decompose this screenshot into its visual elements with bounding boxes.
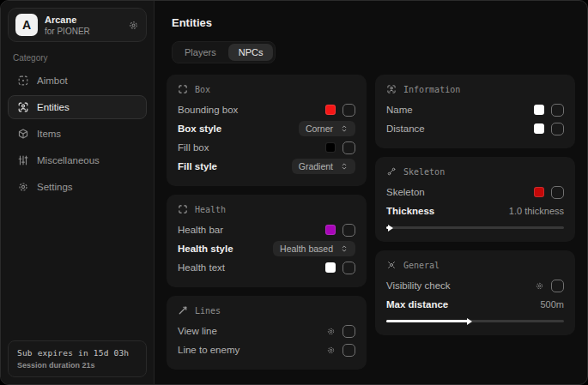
card-general: General Visibility check Max distance <box>375 250 575 335</box>
card-lines: Lines View line Line to enemy <box>167 296 367 370</box>
entities-icon <box>386 84 397 94</box>
left-column: Box Bounding box Box style Corner <box>167 75 367 370</box>
card-lines-header: Lines <box>178 305 355 316</box>
color-swatch[interactable] <box>325 225 336 235</box>
max-distance-slider[interactable] <box>386 320 564 322</box>
tab-bar: Players NPCs <box>172 41 276 63</box>
checkbox[interactable] <box>551 280 564 292</box>
card-title: Health <box>195 205 226 214</box>
row-bounding-box: Bounding box <box>178 100 355 119</box>
sidebar-item-aimbot[interactable]: Aimbot <box>8 69 147 93</box>
row-label: Box style <box>178 123 221 134</box>
color-swatch[interactable] <box>325 142 336 153</box>
color-swatch[interactable] <box>534 105 544 115</box>
row-controls <box>534 123 564 135</box>
checkbox[interactable] <box>342 262 355 274</box>
row-label: Thickness <box>386 206 434 216</box>
unfold-icon <box>340 124 349 133</box>
sidebar-item-settings[interactable]: Settings <box>8 175 147 199</box>
checkbox[interactable] <box>551 123 564 135</box>
unfold-icon <box>340 162 349 171</box>
row-label: Line to enemy <box>178 345 239 355</box>
category-label: Category <box>13 53 142 63</box>
card-information-header: Information <box>386 84 564 94</box>
sidebar-item-label: Settings <box>37 182 73 192</box>
health-style-select[interactable]: Health based <box>273 241 355 256</box>
checkbox[interactable] <box>342 224 355 237</box>
row-gear-icon[interactable] <box>326 327 336 336</box>
sidebar-item-items[interactable]: Items <box>8 122 147 146</box>
sidebar-item-label: Items <box>37 129 61 139</box>
corner-brackets-icon <box>178 84 188 94</box>
checkbox[interactable] <box>342 344 355 357</box>
sidebar-item-miscellaneous[interactable]: Miscellaneous <box>8 148 147 172</box>
row-label: Health text <box>178 262 225 273</box>
main-panel: Entities Players NPCs Bo <box>155 1 587 384</box>
row-controls <box>325 224 355 237</box>
tab-players[interactable]: Players <box>174 44 227 61</box>
card-health-header: Health <box>178 204 355 214</box>
max-distance-slider-fill <box>386 320 468 322</box>
package-icon <box>17 128 29 140</box>
row-label: Health bar <box>178 225 223 235</box>
checkbox[interactable] <box>551 104 564 117</box>
row-health-style: Health style Health based <box>178 239 355 258</box>
sidebar-nav: Aimbot Entities Items <box>8 69 147 199</box>
card-box: Box Bounding box Box style Corner <box>167 75 367 186</box>
sidebar-item-entities[interactable]: Entities <box>8 95 147 119</box>
row-health-text: Health text <box>178 258 355 277</box>
row-view-line: View line <box>178 322 355 340</box>
sidebar-item-label: Entities <box>37 102 70 112</box>
header-settings-icon[interactable] <box>128 20 139 31</box>
right-column: Information Name Distance <box>375 75 575 370</box>
row-distance: Distance <box>386 119 564 138</box>
sub-expiry-text: Sub expires in 15d 03h <box>17 348 137 358</box>
card-title: General <box>403 261 439 270</box>
fill-style-select[interactable]: Gradient <box>292 159 355 174</box>
card-title: Lines <box>195 306 221 316</box>
color-swatch[interactable] <box>325 105 336 115</box>
card-columns: Box Bounding box Box style Corner <box>167 75 575 370</box>
tab-npcs[interactable]: NPCs <box>228 44 274 61</box>
row-line-to-enemy: Line to enemy <box>178 340 355 359</box>
subscription-info: Sub expires in 15d 03h Session duration … <box>8 340 147 377</box>
row-fill-box: Fill box <box>178 138 355 157</box>
row-label: Skeleton <box>386 187 425 197</box>
slider-value: 1.0 thickness <box>509 206 564 216</box>
color-swatch[interactable] <box>325 262 336 273</box>
row-visibility-check: Visibility check <box>386 276 564 295</box>
slider-value: 500m <box>540 299 564 310</box>
thickness-slider[interactable] <box>386 226 564 229</box>
row-gear-icon[interactable] <box>535 281 544 291</box>
card-information: Information Name Distance <box>375 75 575 148</box>
select-value: Health based <box>280 244 333 254</box>
sliders-icon <box>17 154 29 166</box>
session-duration-text: Session duration 21s <box>17 361 137 370</box>
color-swatch[interactable] <box>534 123 544 134</box>
checkbox[interactable] <box>342 104 355 117</box>
aperture-icon <box>386 260 397 270</box>
row-label: Bounding box <box>178 105 238 115</box>
box-style-select[interactable]: Corner <box>299 121 355 136</box>
sidebar-item-label: Aimbot <box>37 75 68 86</box>
diagonal-line-icon <box>178 305 188 316</box>
app-header: A Arcane for PIONER <box>8 8 147 42</box>
row-controls <box>326 344 355 357</box>
row-skeleton: Skeleton <box>386 183 564 202</box>
row-controls <box>325 262 355 274</box>
row-label: Name <box>386 105 413 115</box>
checkbox[interactable] <box>551 186 564 199</box>
checkbox[interactable] <box>342 141 355 154</box>
card-title: Information <box>403 85 460 94</box>
row-controls <box>326 325 355 338</box>
row-gear-icon[interactable] <box>326 346 336 355</box>
card-general-header: General <box>386 260 564 270</box>
row-box-style: Box style Corner <box>178 119 355 138</box>
row-name: Name <box>386 100 564 119</box>
sidebar-item-label: Miscellaneous <box>37 155 100 165</box>
card-skeleton-header: Skeleton <box>386 166 564 177</box>
card-box-header: Box <box>178 84 355 94</box>
card-skeleton: Skeleton Skeleton Thickness 1.0 thicknes… <box>375 157 575 242</box>
color-swatch[interactable] <box>534 187 544 197</box>
checkbox[interactable] <box>342 325 355 338</box>
